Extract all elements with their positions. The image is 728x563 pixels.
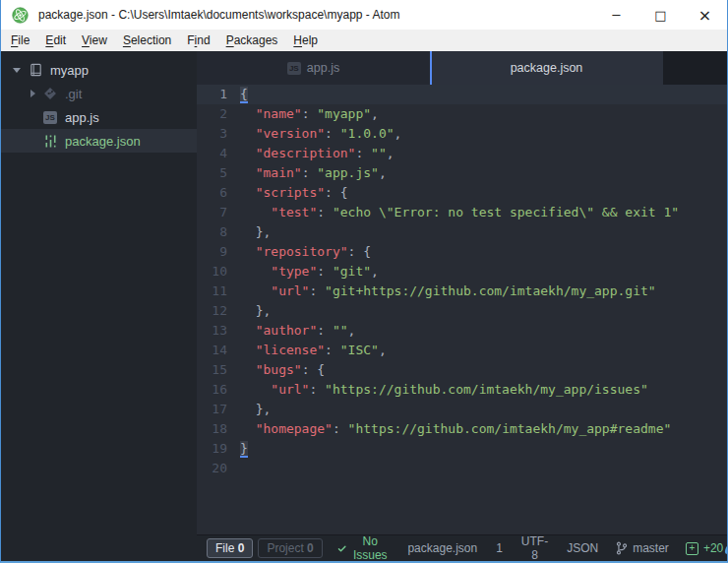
line-number[interactable]: 6 xyxy=(197,183,240,203)
menu-bar: FileEditViewSelectionFindPackagesHelp xyxy=(1,30,727,51)
code-line[interactable]: 7 "test": "echo \"Error: no test specifi… xyxy=(197,203,727,222)
code-line[interactable]: 5 "main": "app.js", xyxy=(197,163,727,183)
code-line[interactable]: 1{ xyxy=(197,85,727,104)
lint-status[interactable]: No Issues xyxy=(337,534,390,562)
tree-view: myapp.gitJSapp.jspackage.json xyxy=(1,51,197,561)
tree-item-packagejson[interactable]: package.json xyxy=(1,129,197,153)
code-line-text: "homepage": "https://github.com/imtaekh/… xyxy=(240,419,727,439)
code-line-text: "scripts": { xyxy=(240,183,727,203)
code-line[interactable]: 6 "scripts": { xyxy=(197,183,727,203)
maximize-button[interactable]: □ xyxy=(638,0,683,30)
code-line-text: "author": "", xyxy=(240,321,727,341)
project-issues-badge[interactable]: Project 0 xyxy=(258,538,322,558)
code-line[interactable]: 15 "bugs": { xyxy=(197,360,727,380)
code-line[interactable]: 10 "type": "git", xyxy=(197,262,727,282)
project-issues-count: 0 xyxy=(307,541,314,555)
chevron-right-icon[interactable] xyxy=(30,90,35,97)
code-line[interactable]: 14 "license": "ISC", xyxy=(197,341,727,360)
line-number[interactable]: 18 xyxy=(197,419,240,439)
code-line[interactable]: 4 "description": "", xyxy=(197,144,727,163)
code-line[interactable]: 11 "url": "git+https://github.com/imtaek… xyxy=(197,282,727,301)
grammar-selector[interactable]: JSON xyxy=(567,541,598,555)
atom-window: package.json - C:\Users\Imtaek\documents… xyxy=(0,0,728,563)
code-line-text: "test": "echo \"Error: no test specified… xyxy=(240,203,727,222)
line-number[interactable]: 9 xyxy=(197,242,240,262)
repo-icon xyxy=(29,63,43,78)
close-button[interactable]: × xyxy=(683,0,727,30)
tab-packagejson[interactable]: package.json xyxy=(430,51,663,85)
chevron-down-icon[interactable] xyxy=(13,68,21,73)
atom-logo-icon xyxy=(12,7,29,24)
update-available-button[interactable] xyxy=(723,541,728,556)
line-number[interactable]: 15 xyxy=(197,360,240,380)
menu-item-file[interactable]: File xyxy=(3,31,37,50)
menu-item-help[interactable]: Help xyxy=(285,31,326,50)
tree-root-myapp[interactable]: myapp xyxy=(1,58,197,82)
file-issues-label: File xyxy=(215,541,234,555)
file-issues-badge[interactable]: File 0 xyxy=(207,538,253,558)
code-line[interactable]: 16 "url": "https://github.com/imtaekh/my… xyxy=(197,380,727,400)
code-line-text: "version": "1.0.0", xyxy=(240,124,727,144)
code-line[interactable]: 3 "version": "1.0.0", xyxy=(197,124,727,144)
line-number[interactable]: 10 xyxy=(197,262,240,282)
line-number[interactable]: 4 xyxy=(197,144,240,163)
tab-appjs[interactable]: JSapp.js xyxy=(197,51,430,85)
line-number[interactable]: 19 xyxy=(197,439,240,459)
line-number[interactable]: 5 xyxy=(197,163,240,183)
title-bar: package.json - C:\Users\Imtaek\documents… xyxy=(1,0,727,30)
line-number[interactable]: 12 xyxy=(197,301,240,321)
file-issues-count: 0 xyxy=(238,541,245,555)
git-branch[interactable]: master xyxy=(615,541,669,555)
tree-item-appjs[interactable]: JSapp.js xyxy=(1,105,197,129)
menu-item-packages[interactable]: Packages xyxy=(218,31,286,50)
code-line[interactable]: 18 "homepage": "https://github.com/imtae… xyxy=(197,419,727,439)
git-folder-icon xyxy=(42,86,58,101)
window-title: package.json - C:\Users\Imtaek\documents… xyxy=(38,8,399,22)
line-number[interactable]: 17 xyxy=(197,400,240,419)
encoding-selector[interactable]: UTF-8 xyxy=(521,534,548,562)
project-issues-label: Project xyxy=(267,541,303,555)
code-line[interactable]: 13 "author": "", xyxy=(197,321,727,341)
code-line[interactable]: 12 }, xyxy=(197,301,727,321)
code-line[interactable]: 17 }, xyxy=(197,400,727,419)
line-number[interactable]: 8 xyxy=(197,222,240,242)
tree-item-git[interactable]: .git xyxy=(1,82,197,105)
tab-bar: JSapp.jspackage.json xyxy=(197,51,727,85)
cursor-position[interactable]: 1 xyxy=(496,541,503,555)
code-line-text: "name": "myapp", xyxy=(240,104,727,124)
line-number[interactable]: 16 xyxy=(197,380,240,400)
menu-item-view[interactable]: View xyxy=(74,31,115,50)
line-number[interactable]: 3 xyxy=(197,124,240,144)
main-area: myapp.gitJSapp.jspackage.json JSapp.jspa… xyxy=(1,51,727,561)
code-line-text: }, xyxy=(240,222,727,242)
git-branch-icon xyxy=(615,541,629,555)
code-line[interactable]: 20 xyxy=(197,459,727,478)
matched-bracket: { xyxy=(240,87,248,101)
code-line[interactable]: 9 "repository": { xyxy=(197,242,727,262)
code-line-text: "license": "ISC", xyxy=(240,341,727,360)
tree-item-label: .git xyxy=(65,87,82,101)
menu-item-edit[interactable]: Edit xyxy=(37,31,74,50)
line-number[interactable]: 13 xyxy=(197,321,240,341)
code-line-text: "url": "git+https://github.com/imtaekh/m… xyxy=(240,282,727,301)
js-file-icon: JS xyxy=(43,111,57,124)
minimize-button[interactable]: ─ xyxy=(594,0,638,30)
code-line-text: "repository": { xyxy=(240,242,727,262)
tree-root-label: myapp xyxy=(50,63,89,78)
line-number[interactable]: 11 xyxy=(197,282,240,301)
code-line-text: { xyxy=(240,85,727,104)
code-line-text: "url": "https://github.com/imtaekh/my_ap… xyxy=(240,380,727,400)
line-number[interactable]: 14 xyxy=(197,341,240,360)
code-line[interactable]: 8 }, xyxy=(197,222,727,242)
menu-item-selection[interactable]: Selection xyxy=(115,31,179,50)
line-number[interactable]: 20 xyxy=(197,459,240,478)
diff-added-icon: + xyxy=(686,542,698,555)
code-line-text xyxy=(240,459,727,478)
code-line[interactable]: 19} xyxy=(197,439,727,459)
text-editor[interactable]: 1{2 "name": "myapp",3 "version": "1.0.0"… xyxy=(197,85,727,534)
code-line[interactable]: 2 "name": "myapp", xyxy=(197,104,727,124)
menu-item-find[interactable]: Find xyxy=(179,31,217,50)
line-number[interactable]: 7 xyxy=(197,203,240,222)
line-number[interactable]: 1 xyxy=(197,85,240,104)
line-number[interactable]: 2 xyxy=(197,104,240,124)
